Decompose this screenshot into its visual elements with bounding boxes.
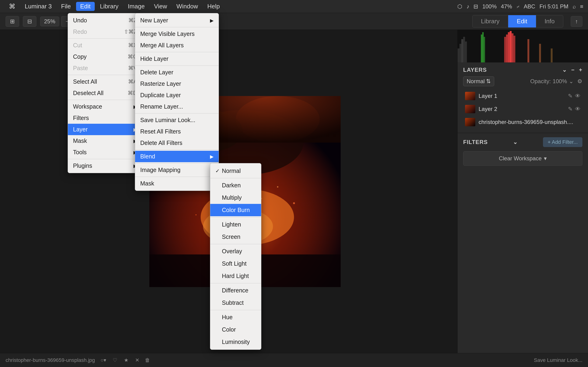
blend-label: Blend xyxy=(140,153,155,160)
svg-rect-19 xyxy=(465,42,467,62)
blend-lighten[interactable]: Lighten xyxy=(210,218,261,231)
blend-color-burn[interactable]: Color Burn xyxy=(210,204,261,216)
search-icon[interactable]: ⌕ xyxy=(573,3,576,10)
tab-library[interactable]: Library xyxy=(472,15,508,27)
status-star-icon[interactable]: ★ xyxy=(124,357,129,363)
status-close-icon[interactable]: ✕ xyxy=(135,357,139,363)
menu-mask-sub[interactable]: Mask ▶ xyxy=(135,178,219,189)
cut-shortcut: ⌘X xyxy=(121,42,137,49)
menu-image-mapping[interactable]: Image Mapping ▶ xyxy=(135,164,219,176)
status-trash-icon[interactable]: 🗑 xyxy=(145,357,150,363)
workspace-label: Workspace xyxy=(73,103,102,110)
menu-merge-visible[interactable]: Merge Visible Layers xyxy=(135,28,219,40)
menu-help[interactable]: Help xyxy=(203,2,224,11)
edit-sep-4 xyxy=(68,159,142,159)
menu-select-all[interactable]: Select All ⌘A xyxy=(68,76,142,87)
layer-1-edit-icon[interactable]: ✎ xyxy=(568,93,573,99)
menu-new-layer[interactable]: New Layer ▶ xyxy=(135,15,219,26)
menu-mask[interactable]: Mask ▶ xyxy=(68,135,142,147)
blend-subtract[interactable]: Subtract xyxy=(210,297,261,309)
menu-reset-all-filters[interactable]: Reset All Filters xyxy=(135,126,219,137)
menu-file[interactable]: File xyxy=(57,2,75,11)
blend-overlay[interactable]: Overlay xyxy=(210,245,261,258)
menu-delete-all-filters[interactable]: Delete All Filters xyxy=(135,137,219,149)
menu-save-luminar-look[interactable]: Save Luminar Look... xyxy=(135,114,219,126)
layers-plus-icon[interactable]: + xyxy=(579,67,582,73)
svg-rect-30 xyxy=(539,44,541,62)
blend-soft-light[interactable]: Soft Light xyxy=(210,258,261,270)
blend-difference-label: Difference xyxy=(222,287,249,294)
menu-duplicate-layer[interactable]: Duplicate Layer xyxy=(135,90,219,101)
apple-menu[interactable]: ⌘ xyxy=(5,2,20,11)
menu-library[interactable]: Library xyxy=(96,2,122,11)
blend-hard-light[interactable]: Hard Light xyxy=(210,270,261,282)
layers-chevron-icon[interactable]: ⌄ xyxy=(562,67,567,73)
layer-item-2[interactable]: Layer 2 ✎ 👁 xyxy=(463,102,582,116)
layer-item-1[interactable]: Layer 1 ✎ 👁 xyxy=(463,90,582,102)
filters-section: FILTERS ⌄ + Add Filter... Clear Workspac… xyxy=(458,133,588,367)
blend-screen[interactable]: Screen xyxy=(210,231,261,243)
menu-undo[interactable]: Undo ⌘Z xyxy=(68,15,142,26)
menu-workspace[interactable]: Workspace ▶ xyxy=(68,101,142,112)
layer-2-edit-icon[interactable]: ✎ xyxy=(568,106,573,112)
save-look-button[interactable]: Save Luminar Look... xyxy=(534,357,582,363)
menu-plugins[interactable]: Plugins ▶ xyxy=(68,160,142,172)
menu-hide-layer[interactable]: Hide Layer xyxy=(135,53,219,65)
save-luminar-look-label: Save Luminar Look... xyxy=(140,117,195,124)
new-layer-arrow-icon: ▶ xyxy=(210,18,214,23)
blend-luminosity[interactable]: Luminosity xyxy=(210,336,261,348)
status-circle-icon[interactable]: ○▾ xyxy=(101,357,106,363)
upload-button[interactable]: ↑ xyxy=(571,16,582,27)
add-filter-button[interactable]: + Add Filter... xyxy=(543,137,582,147)
menu-rasterize-layer[interactable]: Rasterize Layer xyxy=(135,78,219,90)
menu-tools[interactable]: Tools ▶ xyxy=(68,147,142,158)
menu-delete-layer[interactable]: Delete Layer xyxy=(135,67,219,78)
tab-edit[interactable]: Edit xyxy=(508,15,536,27)
layers-minus-icon[interactable]: − xyxy=(571,67,575,73)
layer-sep-7 xyxy=(135,177,219,177)
blend-darken[interactable]: Darken xyxy=(210,179,261,192)
opacity-chevron-icon[interactable]: ⌄ xyxy=(569,78,573,84)
zoom-value[interactable]: 25% xyxy=(40,17,59,26)
blend-color[interactable]: Color xyxy=(210,323,261,336)
edit-sep-2 xyxy=(68,75,142,75)
layer-sep-4 xyxy=(135,113,219,114)
menu-merge-all[interactable]: Merge All Layers xyxy=(135,40,219,51)
layer-item-base[interactable]: christopher-burns-369659-unsplash.... xyxy=(463,116,582,129)
music-icon: ♪ xyxy=(467,3,469,10)
status-heart-icon[interactable]: ♡ xyxy=(113,357,117,363)
blend-color-burn-label: Color Burn xyxy=(222,207,250,213)
tab-info[interactable]: Info xyxy=(536,15,563,27)
menu-view[interactable]: View xyxy=(150,2,171,11)
menu-deselect-all[interactable]: Deselect All ⌘D xyxy=(68,87,142,99)
menu-filters[interactable]: Filters xyxy=(68,112,142,124)
gear-icon[interactable]: ⚙ xyxy=(577,78,582,84)
menu-image[interactable]: Image xyxy=(124,2,149,11)
list-icon[interactable]: ≡ xyxy=(580,3,583,10)
svg-rect-17 xyxy=(461,39,463,62)
blend-mode-select[interactable]: Normal ⇅ xyxy=(463,76,494,86)
menu-window[interactable]: Window xyxy=(172,2,202,11)
svg-rect-14 xyxy=(458,30,588,62)
menu-luminar[interactable]: Luminar 3 xyxy=(21,2,56,11)
blend-difference[interactable]: Difference xyxy=(210,284,261,297)
menu-edit[interactable]: Edit xyxy=(76,2,95,11)
menu-layer[interactable]: Layer ▶ xyxy=(68,124,142,135)
menu-copy[interactable]: Copy ⌘C xyxy=(68,51,142,62)
layer-1-actions: ✎ 👁 xyxy=(568,93,580,99)
opacity-value[interactable]: 100% xyxy=(553,78,567,84)
blend-multiply[interactable]: Multiply xyxy=(210,192,261,204)
filters-chevron-icon[interactable]: ⌄ xyxy=(513,139,518,145)
layer-2-eye-icon[interactable]: 👁 xyxy=(575,106,580,112)
layout-icon: ⊞ xyxy=(10,18,15,25)
menu-rename-layer[interactable]: Rename Layer... xyxy=(135,101,219,112)
time-display: Fri 5:01 PM xyxy=(539,3,568,10)
blend-hue[interactable]: Hue xyxy=(210,311,261,323)
layout-button[interactable]: ⊞ xyxy=(6,16,19,27)
layer-1-eye-icon[interactable]: 👁 xyxy=(575,93,580,99)
blend-normal[interactable]: ✓ Normal xyxy=(210,165,261,177)
compare-button[interactable]: ⊟ xyxy=(23,16,36,27)
menu-blend[interactable]: Blend ▶ xyxy=(135,151,219,162)
new-layer-label: New Layer xyxy=(140,17,168,24)
clear-workspace-button[interactable]: Clear Workspace ▾ xyxy=(463,151,582,166)
